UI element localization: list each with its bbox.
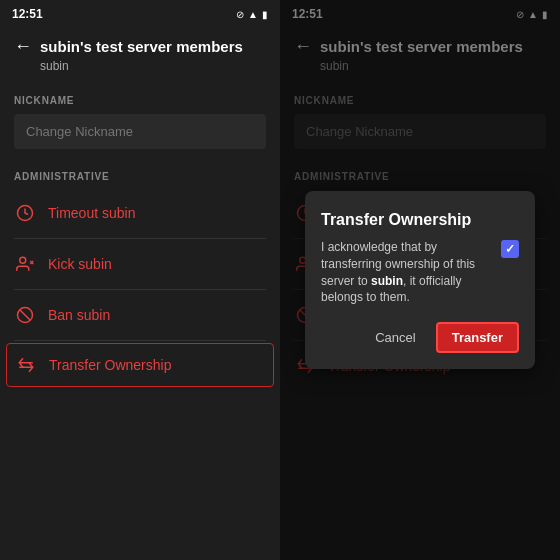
dialog-bold-name: subin — [371, 274, 403, 288]
ban-icon — [14, 304, 36, 326]
clock-icon — [14, 202, 36, 224]
dialog-actions: Cancel Transfer — [321, 322, 519, 353]
transfer-icon — [15, 354, 37, 376]
kick-icon — [14, 253, 36, 275]
transfer-button[interactable]: Transfer — [436, 322, 519, 353]
left-ban-label: Ban subin — [48, 307, 110, 323]
wifi-icon: ▲ — [248, 9, 258, 20]
left-divider-2 — [14, 289, 266, 290]
battery-icon: ▮ — [262, 9, 268, 20]
left-divider-3 — [14, 340, 266, 341]
left-transfer-label: Transfer Ownership — [49, 357, 171, 373]
dialog-title: Transfer Ownership — [321, 211, 519, 229]
dialog-body: I acknowledge that by transferring owner… — [321, 239, 519, 306]
left-back-row: ← subin's test server members — [14, 36, 266, 57]
left-status-icons: ⊘ ▲ ▮ — [236, 9, 268, 20]
acknowledge-checkbox[interactable]: ✓ — [501, 240, 519, 258]
left-header-title: subin's test server members — [40, 38, 243, 55]
left-timeout-item[interactable]: Timeout subin — [14, 190, 266, 236]
left-content: NICKNAME ADMINISTRATIVE Timeout subin — [0, 83, 280, 560]
left-timeout-label: Timeout subin — [48, 205, 135, 221]
cancel-button[interactable]: Cancel — [365, 324, 425, 351]
left-nickname-label: NICKNAME — [14, 95, 266, 106]
dialog-overlay: Transfer Ownership I acknowledge that by… — [280, 0, 560, 560]
left-kick-label: Kick subin — [48, 256, 112, 272]
left-nickname-input[interactable] — [14, 114, 266, 149]
dialog-body-text: I acknowledge that by transferring owner… — [321, 239, 491, 306]
svg-line-5 — [20, 310, 31, 321]
left-phone-panel: 12:51 ⊘ ▲ ▮ ← subin's test server member… — [0, 0, 280, 560]
left-ban-item[interactable]: Ban subin — [14, 292, 266, 338]
left-admin-section: ADMINISTRATIVE Timeout subin — [14, 171, 266, 387]
left-status-bar: 12:51 ⊘ ▲ ▮ — [0, 0, 280, 28]
left-kick-item[interactable]: Kick subin — [14, 241, 266, 287]
left-header-subtitle: subin — [40, 59, 266, 73]
left-status-time: 12:51 — [12, 7, 43, 21]
left-back-button[interactable]: ← — [14, 36, 32, 57]
left-transfer-item[interactable]: Transfer Ownership — [6, 343, 274, 387]
svg-point-1 — [20, 257, 26, 263]
left-header: ← subin's test server members subin — [0, 28, 280, 83]
signal-icon: ⊘ — [236, 9, 244, 20]
left-admin-label: ADMINISTRATIVE — [14, 171, 266, 182]
left-divider-1 — [14, 238, 266, 239]
right-phone-panel: 12:51 ⊘ ▲ ▮ ← subin's test server member… — [280, 0, 560, 560]
checkmark-icon: ✓ — [505, 242, 515, 256]
transfer-ownership-dialog: Transfer Ownership I acknowledge that by… — [305, 191, 535, 369]
